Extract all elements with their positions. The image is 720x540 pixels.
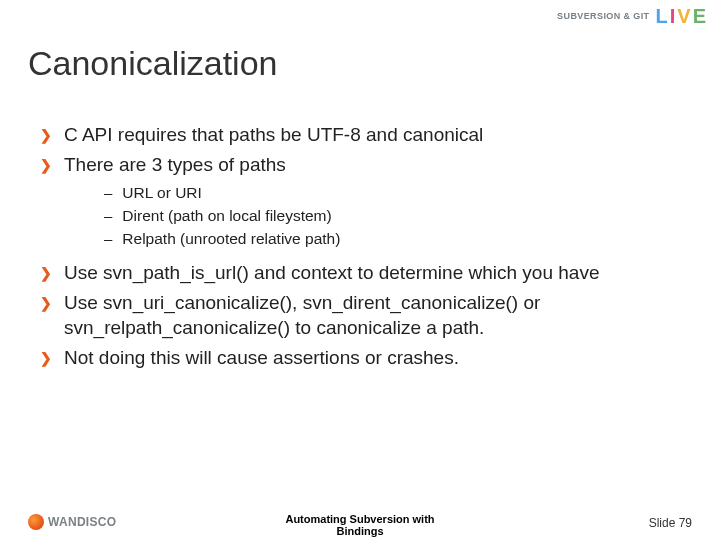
sub-item: – Dirent (path on local fileystem) [104,206,680,227]
wandisco-text: WANDISCO [48,515,116,529]
sub-item: – URL or URI [104,183,680,204]
bullet-item: ❯ Use svn_path_is_url() and context to d… [40,260,680,286]
top-brand: SUBVERSION & GIT L I V E [557,6,706,26]
dash-icon: – [104,184,112,201]
footer: WANDISCO Automating Subversion with Bind… [0,498,720,540]
footer-line2: Bindings [285,525,434,538]
bullet-text: There are 3 types of paths [64,152,286,178]
bullet-text: Not doing this will cause assertions or … [64,345,459,371]
sub-item: – Relpath (unrooted relative path) [104,229,680,250]
bullet-item: ❯ Not doing this will cause assertions o… [40,345,680,371]
live-v-icon: V [677,6,690,26]
footer-title: Automating Subversion with Bindings [285,513,434,538]
bullet-text: Use svn_path_is_url() and context to det… [64,260,599,286]
bullet-item: ❯ C API requires that paths be UTF-8 and… [40,122,680,148]
sub-text: URL or URI [122,183,202,204]
bullet-text: C API requires that paths be UTF-8 and c… [64,122,483,148]
chevron-icon: ❯ [40,127,52,143]
orb-icon [28,514,44,530]
wandisco-logo: WANDISCO [28,514,116,530]
live-l-icon: L [656,6,668,26]
live-e-icon: E [693,6,706,26]
chevron-icon: ❯ [40,157,52,173]
bullet-text: Use svn_uri_canonicalize(), svn_dirent_c… [64,290,680,341]
sub-text: Relpath (unrooted relative path) [122,229,340,250]
content-area: ❯ C API requires that paths be UTF-8 and… [40,120,680,375]
footer-line1: Automating Subversion with [285,513,434,526]
brand-text: SUBVERSION & GIT [557,11,649,21]
bullet-item: ❯ Use svn_uri_canonicalize(), svn_dirent… [40,290,680,341]
live-i-icon: I [670,6,676,26]
chevron-icon: ❯ [40,295,52,311]
bullet-item: ❯ There are 3 types of paths [40,152,680,178]
slide-number: Slide 79 [649,516,692,530]
dash-icon: – [104,207,112,224]
page-title: Canonicalization [28,44,278,83]
live-logo: L I V E [656,6,706,26]
sub-text: Dirent (path on local fileystem) [122,206,331,227]
dash-icon: – [104,230,112,247]
sub-list: – URL or URI – Dirent (path on local fil… [104,183,680,250]
chevron-icon: ❯ [40,265,52,281]
chevron-icon: ❯ [40,350,52,366]
